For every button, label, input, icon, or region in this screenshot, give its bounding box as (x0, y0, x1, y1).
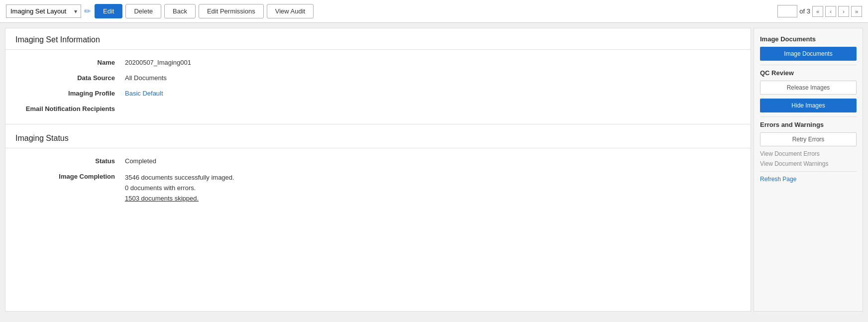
nav-prev-button[interactable]: ‹ (825, 6, 836, 17)
release-images-button[interactable]: Release Images (760, 81, 857, 95)
pencil-icon[interactable]: ✏ (84, 6, 91, 16)
info-row-email-recipients: Email Notification Recipients (15, 101, 741, 116)
sidebar-sep-3 (760, 171, 857, 172)
retry-errors-button[interactable]: Retry Errors (760, 132, 857, 146)
layout-dropdown-wrapper: Imaging Set Layout ✏ (6, 4, 91, 18)
view-document-warnings-link[interactable]: View Document Warnings (760, 160, 857, 167)
layout-select-wrapper: Imaging Set Layout (6, 4, 81, 18)
info-row-name: Name 20200507_Imaging001 (15, 55, 741, 70)
sidebar-sep-1 (760, 65, 857, 65)
layout-select[interactable]: Imaging Set Layout (6, 4, 81, 18)
sidebar-qc-review-title: QC Review (760, 69, 857, 77)
nav-first-button[interactable]: « (812, 6, 823, 17)
page-input[interactable]: 3 (777, 5, 797, 17)
sidebar-image-documents-title: Image Documents (760, 35, 857, 43)
image-documents-button[interactable]: Image Documents (760, 47, 857, 61)
info-row-datasource: Data Source All Documents (15, 70, 741, 86)
edit-permissions-button[interactable]: Edit Permissions (199, 4, 264, 18)
label-name: Name (15, 59, 125, 66)
section-divider-1 (5, 124, 751, 124)
value-image-completion: 3546 documents successfully imaged. 0 do… (125, 173, 741, 204)
imaging-set-info-header: Imaging Set Information (5, 28, 751, 50)
label-imaging-profile: Imaging Profile (15, 90, 125, 97)
delete-button[interactable]: Delete (125, 4, 161, 18)
imaging-status-header: Imaging Status (5, 127, 751, 148)
edit-button[interactable]: Edit (95, 4, 122, 18)
info-row-image-completion: Image Completion 3546 documents successf… (15, 169, 741, 208)
value-imaging-profile[interactable]: Basic Default (125, 90, 741, 97)
label-image-completion: Image Completion (15, 173, 125, 204)
right-sidebar: Image Documents Image Documents QC Revie… (754, 28, 863, 312)
value-datasource: All Documents (125, 74, 741, 82)
toolbar-right: 3 of 3 « ‹ › » (777, 5, 862, 17)
label-email-recipients: Email Notification Recipients (15, 105, 125, 112)
hide-images-button[interactable]: Hide Images (760, 99, 857, 112)
info-row-status: Status Completed (15, 153, 741, 169)
label-datasource: Data Source (15, 74, 125, 82)
imaging-set-info-table: Name 20200507_Imaging001 Data Source All… (5, 50, 751, 121)
value-status: Completed (125, 157, 741, 165)
view-audit-button[interactable]: View Audit (267, 4, 314, 18)
toolbar-buttons: Edit Delete Back Edit Permissions View A… (95, 4, 314, 18)
page-of: of 3 (799, 7, 810, 15)
main-layout: Imaging Set Information Name 20200507_Im… (0, 23, 868, 317)
nav-last-button[interactable]: » (851, 6, 862, 17)
imaging-status-table: Status Completed Image Completion 3546 d… (5, 148, 751, 213)
sidebar-errors-warnings-title: Errors and Warnings (760, 121, 857, 128)
nav-next-button[interactable]: › (838, 6, 849, 17)
label-status: Status (15, 157, 125, 165)
content-area: Imaging Set Information Name 20200507_Im… (5, 28, 751, 312)
value-email-recipients (125, 105, 741, 112)
back-button[interactable]: Back (164, 4, 196, 18)
refresh-page-link[interactable]: Refresh Page (760, 176, 857, 183)
value-name: 20200507_Imaging001 (125, 59, 741, 66)
toolbar: Imaging Set Layout ✏ Edit Delete Back Ed… (0, 0, 868, 23)
toolbar-left: Imaging Set Layout ✏ Edit Delete Back Ed… (6, 4, 773, 18)
info-row-imaging-profile: Imaging Profile Basic Default (15, 86, 741, 101)
view-document-errors-link[interactable]: View Document Errors (760, 150, 857, 157)
sidebar-sep-2 (760, 116, 857, 117)
